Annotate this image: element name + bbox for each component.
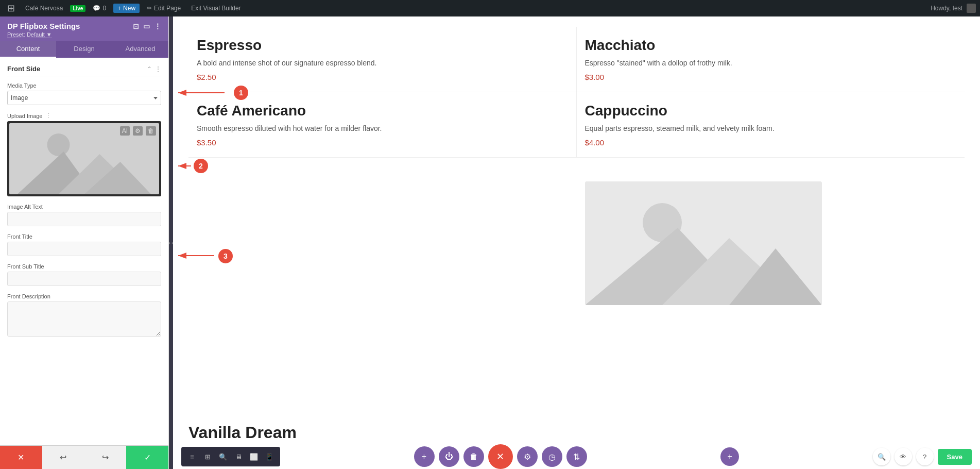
panel-title-icons: ⊡ ▭ ⋮ <box>133 22 161 30</box>
section-header-icons: ⌃ ⋮ <box>147 65 161 73</box>
toolbar-mobile-btn[interactable]: 📱 <box>263 450 276 463</box>
front-title-group: Front Title <box>7 233 161 256</box>
upload-image-label: Upload Image ⋮ <box>7 112 161 119</box>
front-title-input[interactable] <box>7 242 161 256</box>
undo-button[interactable]: ↩ <box>42 446 84 469</box>
cappuccino-name: Cappuccino <box>585 103 957 119</box>
toolbar-add-small-btn[interactable]: + <box>720 447 739 466</box>
upload-image-group: Upload Image ⋮ <box>7 112 161 196</box>
image-alt-text-label: Image Alt Text <box>7 204 161 210</box>
image-settings-icon[interactable]: ⚙ <box>133 126 143 136</box>
toolbar-close-btn[interactable]: ✕ <box>488 444 513 469</box>
section-collapse-icon[interactable]: ⌃ <box>147 65 152 73</box>
main-layout: DP Flipbox Settings ⊡ ▭ ⋮ Preset: Defaul… <box>0 16 980 469</box>
image-delete-icon[interactable]: 🗑 <box>146 126 156 136</box>
exit-vb-link[interactable]: Exit Visual Builder <box>188 0 244 16</box>
toolbar-sort-btn[interactable]: ⇅ <box>566 446 587 467</box>
media-type-label: Media Type <box>7 82 161 89</box>
new-button[interactable]: + New <box>113 4 140 13</box>
espresso-price: $2.50 <box>197 73 568 81</box>
panel-title-text: DP Flipbox Settings <box>7 22 80 30</box>
toolbar-right: 🔍 👁 ? Save <box>873 448 972 465</box>
panel-preset[interactable]: Preset: Default ▼ <box>7 31 161 38</box>
toolbar-power-btn[interactable]: ⏻ <box>439 446 459 467</box>
image-ai-icon[interactable]: AI <box>120 126 130 136</box>
image-alt-text-group: Image Alt Text <box>7 204 161 226</box>
menu-item: Café Americano Smooth espresso diluted w… <box>188 92 577 158</box>
front-subtitle-group: Front Sub Title <box>7 263 161 286</box>
svg-point-1 <box>47 133 70 156</box>
menu-grid: Espresso A bold and intense shot of our … <box>188 27 965 158</box>
panel-more-icon[interactable]: ⋮ <box>154 22 161 30</box>
toolbar-search-sm-btn[interactable]: 🔍 <box>873 448 890 465</box>
toolbar-search-btn[interactable]: 🔍 <box>216 450 230 463</box>
right-image-placeholder <box>585 181 822 305</box>
edit-page-link[interactable]: ✏ Edit Page <box>144 0 184 16</box>
macchiato-desc: Espresso "stained" with a dollop of frot… <box>585 58 957 69</box>
macchiato-name: Macchiato <box>585 37 957 54</box>
avatar <box>967 4 976 13</box>
image-alt-text-input[interactable] <box>7 212 161 226</box>
toolbar-timer-btn[interactable]: ◷ <box>542 446 562 467</box>
redo-button[interactable]: ↪ <box>84 446 127 469</box>
toolbar-help-btn[interactable]: ? <box>916 448 934 465</box>
comment-count: 0 <box>102 5 106 12</box>
toolbar-add-btn[interactable]: + <box>414 446 435 467</box>
tab-design[interactable]: Design <box>56 41 112 58</box>
panel-content: Front Side ⌃ ⋮ Media Type Image Icon Non… <box>0 58 168 445</box>
espresso-name: Espresso <box>197 37 568 54</box>
vanilla-dream-section: Vanilla Dream <box>188 423 297 442</box>
live-badge: Live <box>70 5 85 12</box>
panel-resize-icon[interactable]: ⊡ <box>133 22 139 30</box>
toolbar-menu-btn[interactable]: ≡ <box>185 450 199 463</box>
toolbar-settings-btn[interactable]: ⚙ <box>517 446 538 467</box>
front-description-textarea[interactable] <box>7 301 161 337</box>
resize-handle[interactable]: ↔ <box>169 16 173 469</box>
panel-tabs: Content Design Advanced <box>0 41 168 58</box>
panel-footer: ✕ ↩ ↪ ✓ <box>0 445 168 469</box>
front-subtitle-input[interactable] <box>7 272 161 286</box>
front-description-group: Front Description <box>7 293 161 339</box>
toolbar-delete-btn[interactable]: 🗑 <box>463 446 484 467</box>
right-left-empty <box>188 168 577 313</box>
americano-price: $3.50 <box>197 138 568 147</box>
toolbar-eye-btn[interactable]: 👁 <box>895 448 912 465</box>
save-button[interactable]: ✓ <box>126 446 168 469</box>
admin-bar-comments[interactable]: 💬 0 <box>90 0 109 16</box>
upload-more-icon[interactable]: ⋮ <box>46 112 51 119</box>
admin-bar: ⊞ Café Nervosa Live 💬 0 + New ✏ Edit Pag… <box>0 0 980 16</box>
tab-content[interactable]: Content <box>0 41 56 58</box>
panel-title: DP Flipbox Settings ⊡ ▭ ⋮ <box>7 22 161 30</box>
left-panel: DP Flipbox Settings ⊡ ▭ ⋮ Preset: Defaul… <box>0 16 169 469</box>
toolbar-desktop-btn[interactable]: 🖥 <box>232 450 245 463</box>
panel-header: DP Flipbox Settings ⊡ ▭ ⋮ Preset: Defaul… <box>0 16 168 41</box>
image-action-icons: AI ⚙ 🗑 <box>120 126 156 136</box>
image-placeholder: AI ⚙ 🗑 <box>9 123 159 194</box>
panel-expand-icon[interactable]: ▭ <box>143 22 150 30</box>
wp-logo-icon[interactable]: ⊞ <box>4 0 18 16</box>
right-image-area <box>577 168 965 313</box>
site-name: Café Nervosa <box>25 5 63 12</box>
macchiato-price: $3.00 <box>585 73 957 81</box>
cappuccino-desc: Equal parts espresso, steamed milk, and … <box>585 123 957 134</box>
tab-advanced[interactable]: Advanced <box>112 41 168 58</box>
toolbar-tablet-btn[interactable]: ⬜ <box>247 450 261 463</box>
admin-bar-site[interactable]: Café Nervosa <box>22 0 66 16</box>
media-type-select[interactable]: Image Icon None <box>7 91 161 105</box>
front-subtitle-label: Front Sub Title <box>7 263 161 270</box>
vanilla-dream-title: Vanilla Dream <box>188 423 297 442</box>
espresso-desc: A bold and intense shot of our signature… <box>197 58 568 69</box>
admin-bar-right: Howdy, test <box>931 4 976 13</box>
media-type-group: Media Type Image Icon None <box>7 82 161 105</box>
cancel-button[interactable]: ✕ <box>0 446 42 469</box>
toolbar-left: ≡ ⊞ 🔍 🖥 ⬜ 📱 <box>181 447 280 466</box>
menu-item: Macchiato Espresso "stained" with a doll… <box>577 27 965 92</box>
toolbar-center: + ⏻ 🗑 ✕ ⚙ ◷ ⇅ <box>414 444 587 469</box>
save-bottom-button[interactable]: Save <box>938 449 972 465</box>
menu-item: Espresso A bold and intense shot of our … <box>188 27 577 92</box>
cappuccino-price: $4.00 <box>585 138 957 147</box>
upload-image-container[interactable]: AI ⚙ 🗑 <box>7 121 161 196</box>
section-more-icon[interactable]: ⋮ <box>155 65 161 73</box>
toolbar-grid-btn[interactable]: ⊞ <box>201 450 214 463</box>
americano-desc: Smooth espresso diluted with hot water f… <box>197 123 568 134</box>
